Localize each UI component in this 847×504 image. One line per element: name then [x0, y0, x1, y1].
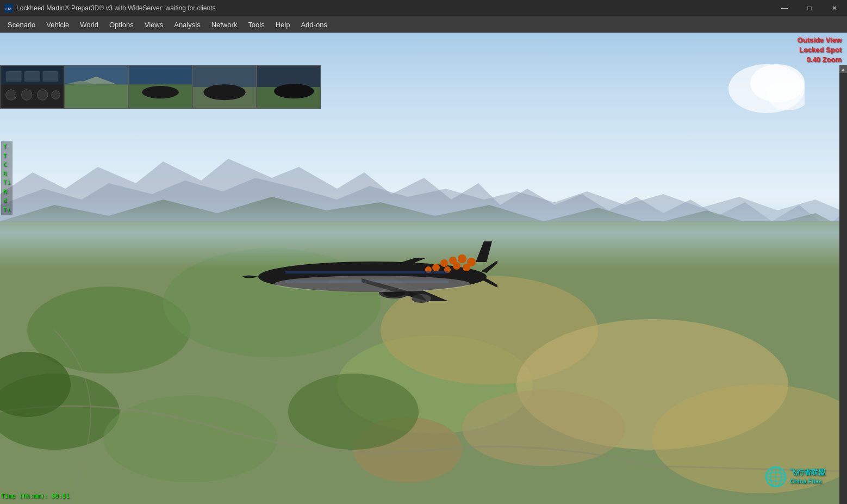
svg-rect-34 [285, 271, 449, 273]
viewport-thumb-2[interactable] [64, 65, 128, 109]
titlebar: LM Lockheed Martin® Prepar3D® v3 with Wi… [0, 0, 847, 16]
watermark-site-name: 飞行者联盟 [790, 468, 825, 477]
hud-view-mode: Outside View [798, 35, 842, 45]
viewport-thumb-3[interactable] [128, 65, 192, 109]
svg-rect-46 [42, 71, 58, 82]
time-label: Time (hh:mm): [1, 493, 48, 500]
telemetry-line: T [3, 152, 10, 161]
app-icon: LM [4, 4, 13, 13]
clouds [669, 56, 805, 123]
time-value: 00:01 [52, 493, 70, 500]
menu-item-vehicle[interactable]: Vehicle [41, 16, 74, 33]
telemetry-line: C [3, 160, 10, 170]
svg-point-10 [103, 395, 277, 482]
menu-item-analysis[interactable]: Analysis [169, 16, 205, 33]
menu-item-addons[interactable]: Add-ons [295, 16, 332, 33]
watermark-label: 飞行者联盟 China Files [790, 468, 825, 485]
svg-rect-62 [257, 66, 320, 87]
svg-point-64 [274, 84, 314, 98]
svg-point-32 [453, 262, 460, 270]
svg-point-31 [463, 264, 470, 271]
minimize-button[interactable]: — [772, 0, 797, 16]
telemetry-line: N [3, 188, 10, 197]
menu-item-views[interactable]: Views [139, 16, 169, 33]
watermark: 飞行者联盟 China Files [765, 466, 825, 488]
svg-point-48 [6, 90, 16, 100]
watermark-site-sub: China Files [790, 477, 825, 485]
hud-info-panel: Outside View Locked Spot 0.40 Zoom [798, 35, 842, 65]
viewport-thumb-4[interactable] [192, 65, 257, 109]
svg-point-49 [22, 90, 32, 100]
scroll-up-button[interactable]: ▲ [839, 65, 847, 73]
viewport-thumb-5[interactable] [257, 65, 321, 109]
svg-point-58 [142, 86, 179, 98]
hud-spot-mode: Locked Spot [798, 45, 842, 55]
scrollbar-track[interactable] [839, 73, 847, 504]
viewport-thumbnails [0, 65, 321, 109]
menu-item-tools[interactable]: Tools [242, 16, 270, 33]
viewport-thumb-1[interactable] [0, 65, 64, 109]
telemetry-line: d [3, 196, 10, 206]
menu-item-world[interactable]: World [74, 16, 104, 33]
menu-item-network[interactable]: Network [206, 16, 243, 33]
svg-rect-56 [129, 66, 192, 84]
menu-item-scenario[interactable]: Scenario [2, 16, 41, 33]
telemetry-line: Ti [3, 178, 10, 188]
svg-point-51 [52, 91, 60, 99]
svg-rect-59 [193, 66, 256, 87]
aircraft [220, 231, 492, 318]
right-scrollbar[interactable]: ▲ ▼ [839, 65, 847, 504]
svg-point-17 [288, 374, 419, 450]
hud-zoom: 0.40 Zoom [798, 55, 842, 65]
svg-point-26 [458, 254, 466, 263]
svg-rect-44 [6, 71, 22, 82]
watermark-globe-icon [765, 466, 787, 488]
svg-text:LM: LM [5, 7, 11, 11]
maximize-button[interactable]: □ [797, 0, 822, 16]
window-title: Lockheed Martin® Prepar3D® v3 with WideS… [16, 4, 216, 12]
close-button[interactable]: ✕ [822, 0, 847, 16]
window-controls: — □ ✕ [772, 0, 847, 16]
hud-time-display: Time (hh:mm): 00:01 [1, 493, 70, 500]
svg-rect-53 [65, 84, 128, 108]
telemetry-line: T [3, 142, 10, 152]
svg-point-29 [432, 264, 440, 271]
menu-item-help[interactable]: Help [270, 16, 296, 33]
hud-telemetry-left: T T C D Ti N d Ti [1, 141, 13, 215]
simulation-viewport: Outside View Locked Spot 0.40 Zoom T T C… [0, 33, 847, 504]
titlebar-left: LM Lockheed Martin® Prepar3D® v3 with Wi… [0, 4, 216, 13]
menubar: ScenarioVehicleWorldOptionsViewsAnalysis… [0, 16, 847, 33]
telemetry-line: D [3, 170, 10, 179]
svg-point-61 [203, 84, 245, 100]
menu-item-options[interactable]: Options [104, 16, 139, 33]
telemetry-line: Ti [3, 206, 10, 215]
svg-point-50 [38, 90, 48, 100]
svg-point-28 [440, 259, 448, 267]
svg-rect-45 [24, 71, 40, 82]
